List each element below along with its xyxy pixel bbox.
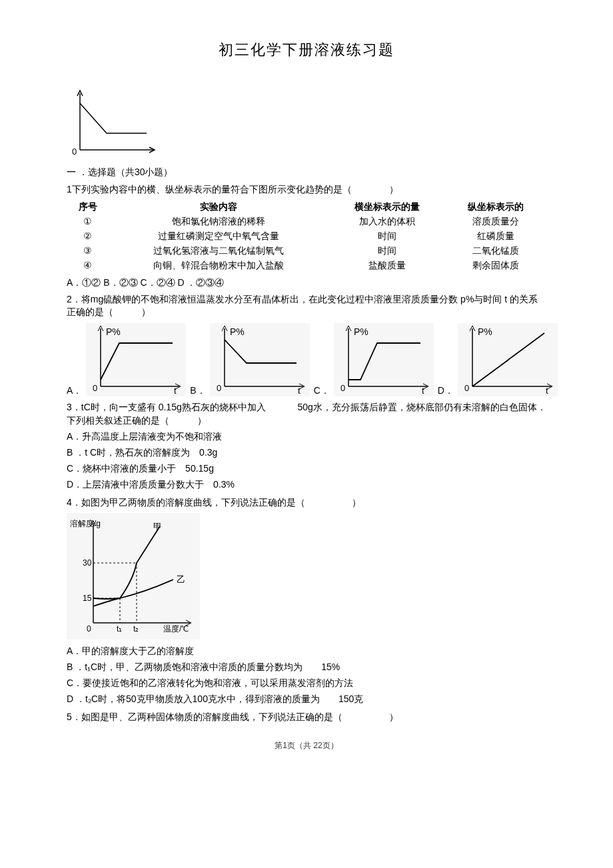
svg-text:0: 0	[72, 147, 77, 157]
q2-label-B: B．	[190, 385, 205, 398]
q2-figure-B: P% 0 t	[210, 323, 310, 398]
q3-option-A: A．升高温度上层清液变为不饱和溶液	[67, 431, 546, 443]
svg-text:0: 0	[340, 383, 345, 393]
q2-figure-C: P% 0 t	[334, 323, 434, 398]
q1-table: 序号 实验内容 横坐标表示的量 纵坐标表示的 ① 饱和氯化钠溶液的稀释 加入水的…	[67, 200, 546, 273]
page-root: 初三化学下册溶液练习题 0 一 ．选择题（共30小题） 1下列实验内容中的横、纵…	[0, 0, 613, 778]
svg-text:t: t	[298, 386, 301, 396]
q1-r2c4: 红磷质量	[445, 229, 546, 244]
q1-r4c2: 向铜、锌混合物粉末中加入盐酸	[109, 258, 328, 273]
q1-axes-graph: 0	[67, 87, 160, 160]
q1-r2c3: 时间	[328, 229, 444, 244]
svg-text:t₁: t₁	[117, 624, 122, 634]
q1-r4c4: 剩余固体质	[445, 258, 546, 273]
svg-text:t: t	[422, 386, 424, 396]
svg-text:t: t	[174, 386, 177, 396]
svg-text:P%: P%	[230, 326, 245, 337]
q2-label-A: A．	[67, 385, 82, 398]
q3-option-B: B ．t C时，熟石灰的溶解度为 0.3g	[67, 447, 546, 459]
svg-text:P%: P%	[106, 326, 121, 337]
svg-text:0: 0	[217, 383, 221, 393]
q4-ylabel: 溶解度/g	[70, 519, 101, 528]
table-row: ④ 向铜、锌混合物粉末中加入盐酸 盐酸质量 剩余固体质	[67, 258, 546, 273]
svg-text:乙: 乙	[177, 574, 185, 584]
q2-figure-A: P% 0 t	[86, 323, 186, 398]
table-row: ① 饱和氯化钠溶液的稀释 加入水的体积 溶质质量分	[67, 215, 546, 229]
q2-option-row: A． P% 0 t B． P%	[67, 323, 546, 398]
q1-table-header: 序号 实验内容 横坐标表示的量 纵坐标表示的	[67, 200, 546, 215]
q3-option-D: D．上层清液中溶质质量分数大于 0.3%	[67, 479, 546, 491]
svg-text:0: 0	[93, 383, 97, 393]
svg-text:P%: P%	[478, 326, 492, 337]
svg-text:0: 0	[464, 383, 469, 393]
q1-th-1: 实验内容	[109, 200, 328, 215]
q1-stem: 1下列实验内容中的横、纵坐标表示的量符合下图所示变化趋势的是（ ）	[67, 182, 546, 197]
svg-text:甲: 甲	[153, 522, 162, 532]
q3-option-C: C．烧杯中溶液的质量小于 50.15g	[67, 463, 546, 475]
table-row: ③ 过氧化氢溶液与二氧化锰制氧气 时间 二氧化锰质	[67, 244, 546, 258]
svg-text:t: t	[546, 386, 548, 396]
q2-figure-D: P% 0 t	[458, 323, 558, 398]
q4-figure: 溶解度/g 30 15 0 t₁ t₂ 温度/℃ 甲 乙	[67, 513, 200, 642]
q1-r3c3: 时间	[328, 244, 444, 258]
q1-stem-text: 1下列实验内容中的横、纵坐标表示的量符合下图所示变化趋势的是（ ）	[67, 182, 398, 197]
svg-text:15: 15	[83, 594, 92, 603]
q4-option-B: B ．t₁C时，甲、乙两物质饱和溶液中溶质的质量分数均为 15%	[67, 661, 546, 673]
section-heading: 一 ．选择题（共30小题）	[67, 165, 546, 179]
q5-stem: 5．如图是甲、乙两种固体物质的溶解度曲线，下列说法正确的是（ ）	[67, 709, 546, 724]
q4-option-D: D ．t₂C时，将50克甲物质放入100克水中，得到溶液的质量为 150克	[67, 693, 546, 705]
q3-stem-part1: 3．tC时，向一支盛有 0.15g熟石灰的烧杯中加入	[67, 402, 266, 412]
q1-r3c1: ③	[67, 244, 109, 258]
q1-r3c2: 过氧化氢溶液与二氧化锰制氧气	[109, 244, 328, 258]
q1-th-3: 纵坐标表示的	[445, 200, 546, 215]
q1-r2c2: 过量红磷测定空气中氧气含量	[109, 229, 328, 244]
svg-text:30: 30	[83, 558, 92, 568]
q2-label-C: C．	[314, 385, 330, 398]
svg-text:P%: P%	[354, 326, 368, 337]
q1-r3c4: 二氧化锰质	[445, 244, 546, 258]
svg-text:0: 0	[87, 624, 91, 634]
document-title: 初三化学下册溶液练习题	[67, 40, 546, 60]
q1-r1c2: 饱和氯化钠溶液的稀释	[109, 215, 328, 229]
table-row: ② 过量红磷测定空气中氧气含量 时间 红磷质量	[67, 229, 546, 244]
q1-options: A．①② B．②③ C．②④ D ．②③④	[67, 277, 546, 289]
q1-r1c4: 溶质质量分	[445, 215, 546, 229]
q1-th-2: 横坐标表示的量	[328, 200, 444, 215]
q4-stem: 4．如图为甲乙两物质的溶解度曲线，下列说法正确的是（ ）	[67, 495, 546, 510]
q1-th-0: 序号	[67, 200, 109, 215]
q1-figure: 0	[67, 87, 160, 162]
q2-stem: 2．将mg硫酸钾的不饱和溶液恒温蒸发水分至有晶体析出，在此变化过程中溶液里溶质质…	[67, 293, 546, 319]
page-footer: 第1页（共 22页）	[67, 740, 546, 751]
q4-option-A: A．甲的溶解度大于乙的溶解度	[67, 646, 546, 657]
q1-r1c3: 加入水的体积	[328, 215, 444, 229]
q3-stem: 3．tC时，向一支盛有 0.15g熟石灰的烧杯中加入 50g水，充分振荡后静置，…	[67, 401, 546, 427]
q1-r2c1: ②	[67, 229, 109, 244]
q1-r1c1: ①	[67, 215, 109, 229]
svg-text:t₂: t₂	[133, 624, 139, 634]
q1-r4c3: 盐酸质量	[328, 258, 444, 273]
q4-option-C: C．要使接近饱和的乙溶液转化为饱和溶液，可以采用蒸发溶剂的方法	[67, 677, 546, 689]
q1-r4c1: ④	[67, 258, 109, 273]
q2-label-D: D．	[438, 385, 454, 398]
q4-xlabel: 温度/℃	[163, 624, 189, 634]
